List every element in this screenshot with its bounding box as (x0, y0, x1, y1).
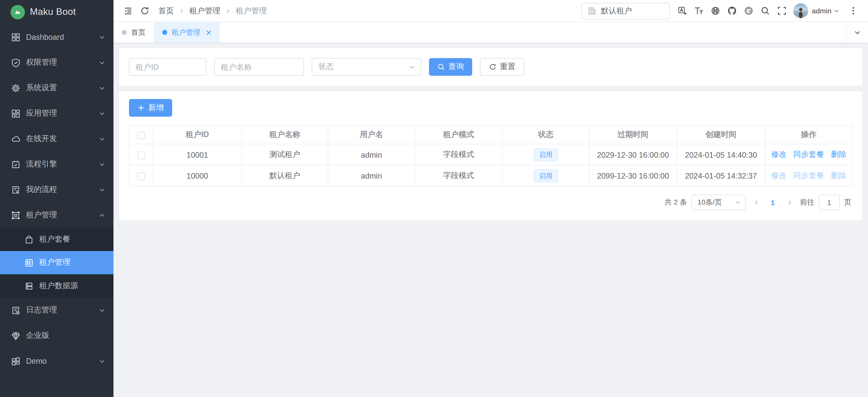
sidebar-subitem-tenant-package[interactable]: 租户套餐 (0, 228, 114, 251)
delete-link[interactable]: 删除 (831, 150, 846, 159)
row-checkbox[interactable] (137, 172, 145, 180)
sidebar-item-label: 企业版 (26, 331, 105, 341)
cell-mode: 字段模式 (415, 144, 502, 165)
close-tab-button[interactable] (206, 30, 212, 35)
more-options-button[interactable] (845, 2, 862, 19)
sidebar-item-label: 在线开发 (26, 134, 94, 144)
breadcrumb-home[interactable]: 首页 (158, 6, 174, 16)
bag-icon (25, 235, 34, 244)
table-row: 10001 测试租户 admin 字段模式 启用 2029-12-30 16:0… (129, 144, 852, 165)
select-all-checkbox[interactable] (137, 132, 145, 139)
sidebar-item-demo[interactable]: Demo (0, 349, 114, 374)
fullscreen-button[interactable] (774, 2, 790, 19)
collapse-menu-icon (123, 6, 132, 15)
chevron-down-icon (99, 34, 105, 40)
sidebar-item-label: 租户管理 (26, 210, 94, 220)
status-badge: 启用 (534, 169, 558, 183)
tenant-select-value: 默认租户 (601, 6, 632, 16)
search-icon (761, 6, 770, 15)
sidebar-subitem-label: 租户数据源 (39, 281, 78, 291)
chevron-down-icon (99, 136, 105, 142)
select-all-cell (129, 125, 153, 144)
tab-label: 首页 (131, 28, 146, 37)
sync-package-link[interactable]: 同步套餐 (793, 150, 825, 159)
tab-tenant-management[interactable]: 租户管理 (154, 22, 220, 42)
tab-home[interactable]: 首页 (114, 22, 154, 42)
cell-username: admin (328, 165, 415, 186)
tenant-id-input[interactable] (129, 58, 206, 75)
github-button[interactable] (724, 2, 740, 19)
tab-bar: 首页 租户管理 (114, 22, 868, 42)
sidebar-item-label: 应用管理 (26, 108, 94, 119)
edit-link: 修改 (771, 170, 786, 179)
sidebar-subitem-label: 租户套餐 (39, 234, 70, 244)
page-number[interactable]: 1 (767, 198, 779, 206)
breadcrumb: 首页 租户管理 租户管理 (158, 6, 267, 16)
sidebar-item-label: 日志管理 (26, 305, 94, 316)
tab-overflow-button[interactable] (846, 22, 868, 42)
document-user-icon (11, 185, 21, 194)
sidebar-item-enterprise[interactable]: 企业版 (0, 323, 114, 349)
sidebar-item-label: 流程引擎 (26, 159, 94, 169)
language-globe-button[interactable] (707, 2, 724, 19)
sidebar-subitem-tenant-management[interactable]: 租户管理 (0, 251, 114, 274)
edit-link[interactable]: 修改 (771, 150, 786, 159)
sidebar-item-process-engine[interactable]: 流程引擎 (0, 152, 114, 177)
column-header-tenant-id: 租户ID (153, 125, 242, 144)
translate-button[interactable] (674, 2, 691, 19)
sidebar-item-system-settings[interactable]: 系统设置 (0, 75, 114, 101)
add-button-label: 新增 (148, 103, 164, 113)
list-square-icon (25, 258, 34, 267)
breadcrumb-section[interactable]: 租户管理 (189, 6, 220, 16)
chevron-down-icon (99, 307, 105, 313)
building-icon (587, 6, 596, 15)
pagination-total: 共 2 条 (664, 198, 687, 207)
cell-expire: 2099-12-30 16:00:00 (589, 165, 677, 186)
chevron-down-icon (735, 199, 741, 205)
status-select[interactable]: 状态 (312, 58, 422, 75)
next-page-button[interactable] (783, 195, 795, 210)
page-size-select[interactable]: 10条/页 (691, 195, 746, 210)
tenant-name-input[interactable] (214, 58, 304, 75)
user-menu[interactable]: admin (812, 6, 839, 15)
sidebar-item-tenant-management[interactable]: 租户管理 (0, 202, 114, 228)
kebab-menu-icon (848, 6, 858, 15)
chevron-down-icon (854, 29, 861, 35)
sidebar: Maku Boot Dashboard 权限管理 系统设置 应用管理 (0, 0, 114, 397)
query-button[interactable]: 查询 (429, 58, 472, 75)
app-logo: Maku Boot (0, 0, 114, 25)
sidebar-item-my-process[interactable]: 我的流程 (0, 177, 114, 202)
breadcrumb-current: 租户管理 (236, 6, 267, 16)
refresh-icon (489, 63, 497, 71)
gitee-button[interactable] (740, 2, 757, 19)
sidebar-item-online-dev[interactable]: 在线开发 (0, 126, 114, 152)
chevron-down-icon (99, 110, 105, 117)
row-checkbox[interactable] (137, 152, 145, 159)
refresh-icon (140, 6, 149, 15)
font-size-button[interactable] (691, 2, 707, 19)
prev-page-button[interactable] (750, 195, 762, 210)
sidebar-item-log-management[interactable]: 日志管理 (0, 298, 114, 323)
sidebar-collapse-button[interactable] (120, 2, 136, 19)
tenant-select[interactable]: 默认租户 (581, 2, 670, 19)
goto-page-input[interactable] (819, 195, 840, 210)
sidebar-item-dashboard[interactable]: Dashboard (0, 25, 114, 50)
username: admin (812, 6, 831, 15)
fullscreen-icon (777, 6, 786, 15)
reset-button-label: 重置 (500, 62, 515, 72)
search-button[interactable] (757, 2, 774, 19)
cell-tenant-name: 默认租户 (242, 165, 328, 186)
sync-package-link: 同步套餐 (793, 170, 825, 179)
sidebar-item-permissions[interactable]: 权限管理 (0, 50, 114, 75)
sidebar-item-app-management[interactable]: 应用管理 (0, 101, 114, 126)
column-header-created: 创建时间 (677, 125, 765, 144)
reset-button[interactable]: 重置 (480, 58, 524, 75)
refresh-button[interactable] (136, 2, 153, 19)
chevron-right-icon (786, 199, 792, 205)
tenant-submenu: 租户套餐 租户管理 租户数据源 (0, 228, 114, 298)
user-avatar[interactable] (793, 3, 808, 18)
sidebar-item-label: 权限管理 (26, 58, 94, 67)
tab-label: 租户管理 (172, 28, 200, 37)
sidebar-subitem-tenant-datasource[interactable]: 租户数据源 (0, 274, 114, 298)
add-button[interactable]: 新增 (129, 99, 172, 117)
